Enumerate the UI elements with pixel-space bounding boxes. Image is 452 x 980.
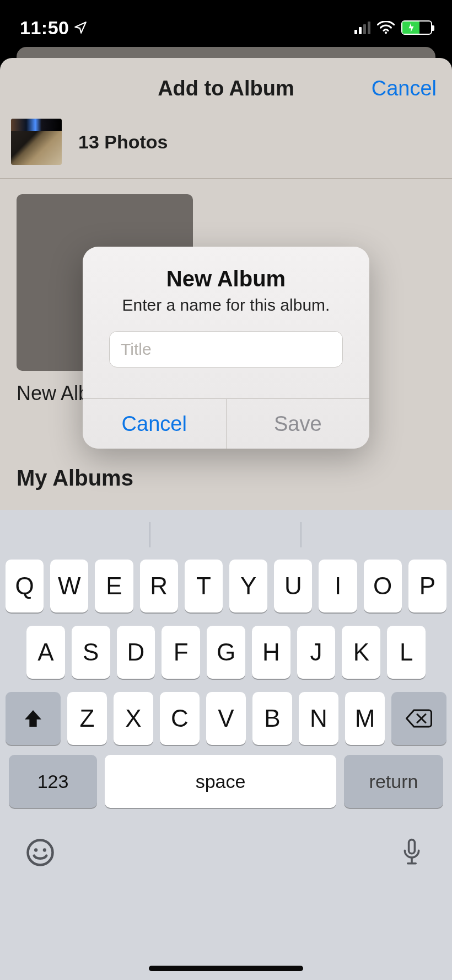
key-p[interactable]: P	[408, 560, 446, 612]
key-e[interactable]: E	[95, 560, 133, 612]
key-u[interactable]: U	[274, 560, 312, 612]
keyboard: QWERTYUIOP ASDFGHJKL ZXCVBNM 123 space r…	[0, 510, 452, 980]
suggestion-slot[interactable]	[150, 510, 301, 560]
home-indicator[interactable]	[149, 966, 303, 971]
alert-save-button[interactable]: Save	[227, 399, 370, 449]
alert-message: Enter a name for this album.	[98, 296, 354, 315]
key-j[interactable]: J	[297, 626, 336, 679]
key-q[interactable]: Q	[6, 560, 44, 612]
key-z[interactable]: Z	[67, 692, 107, 745]
key-r[interactable]: R	[140, 560, 178, 612]
svg-point-1	[28, 840, 53, 865]
svg-point-2	[34, 848, 37, 851]
alert-title: New Album	[98, 267, 354, 291]
key-o[interactable]: O	[364, 560, 402, 612]
alert-cancel-button[interactable]: Cancel	[83, 399, 227, 449]
space-key[interactable]: space	[105, 755, 336, 808]
dictation-icon[interactable]	[397, 838, 427, 867]
location-icon	[73, 20, 88, 35]
add-to-album-sheet: Add to Album Cancel 13 Photos New Album.…	[0, 58, 452, 980]
svg-point-3	[43, 848, 46, 851]
key-y[interactable]: Y	[229, 560, 267, 612]
return-key[interactable]: return	[344, 755, 443, 808]
svg-point-0	[385, 31, 387, 34]
key-l[interactable]: L	[387, 626, 426, 679]
status-right	[354, 20, 432, 35]
wifi-icon	[377, 21, 395, 34]
alert-input-wrap[interactable]	[109, 331, 343, 368]
key-f[interactable]: F	[162, 626, 200, 679]
key-v[interactable]: V	[206, 692, 246, 745]
key-m[interactable]: M	[345, 692, 385, 745]
suggestion-slot[interactable]	[302, 510, 452, 560]
status-time: 11:50	[20, 17, 69, 39]
key-c[interactable]: C	[160, 692, 200, 745]
key-k[interactable]: K	[342, 626, 380, 679]
new-album-alert: New Album Enter a name for this album. C…	[83, 247, 369, 449]
key-n[interactable]: N	[299, 692, 338, 745]
key-b[interactable]: B	[252, 692, 292, 745]
key-a[interactable]: A	[26, 626, 65, 679]
key-d[interactable]: D	[117, 626, 155, 679]
key-w[interactable]: W	[50, 560, 88, 612]
key-i[interactable]: I	[319, 560, 357, 612]
cell-signal-icon	[354, 21, 370, 34]
key-x[interactable]: X	[114, 692, 153, 745]
suggestion-bar	[0, 510, 452, 560]
numbers-key[interactable]: 123	[9, 755, 97, 808]
backspace-key[interactable]	[391, 692, 446, 745]
charging-icon	[407, 23, 415, 33]
battery-icon	[401, 20, 432, 35]
suggestion-slot[interactable]	[0, 510, 150, 560]
key-s[interactable]: S	[72, 626, 110, 679]
key-h[interactable]: H	[252, 626, 290, 679]
emoji-icon[interactable]	[25, 838, 55, 867]
key-g[interactable]: G	[207, 626, 245, 679]
key-t[interactable]: T	[185, 560, 223, 612]
album-title-input[interactable]	[120, 339, 332, 359]
svg-rect-4	[409, 840, 415, 854]
status-time-group: 11:50	[20, 17, 88, 39]
shift-key[interactable]	[6, 692, 61, 745]
